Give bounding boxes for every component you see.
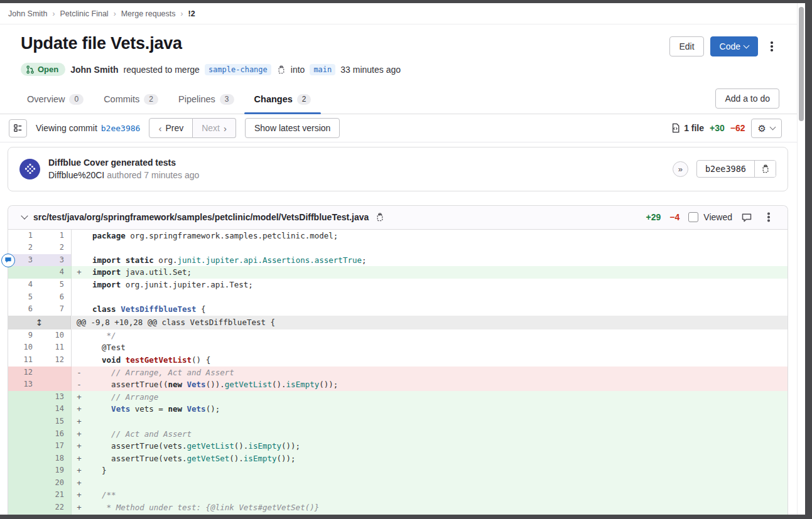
file-options-kebab-icon[interactable] [761,207,776,227]
old-line-number[interactable]: 4 [8,279,40,291]
file-tree-toggle-icon[interactable] [9,119,27,137]
viewed-checkbox[interactable] [688,212,698,222]
edit-button[interactable]: Edit [669,36,703,56]
diff-row: 13+ // Arrange [8,391,788,404]
show-latest-version-button[interactable]: Show latest version [245,118,340,138]
old-line-number[interactable]: 9 [8,329,40,342]
tab-label: Overview [27,94,65,104]
add-todo-button[interactable]: Add a to do [715,88,779,109]
diff-row: 18+ assertTrue(vets.getVetSet().isEmpty(… [8,452,788,465]
new-line-number[interactable]: 14 [40,403,71,415]
new-line-number[interactable]: 12 [40,354,71,367]
new-line-number[interactable]: 22 [40,501,71,514]
breadcrumb-item[interactable]: Merge requests [121,9,176,18]
scrollbar-thumb[interactable] [799,7,804,121]
viewing-commit-sha-link[interactable]: b2ee3986 [101,124,141,133]
viewed-label: Viewed [703,212,732,222]
expand-icon[interactable]: » [673,161,688,177]
code-line [87,291,788,304]
new-line-number[interactable]: 10 [40,329,71,342]
diff-row: 4+import java.util.Set; [8,266,788,279]
old-line-number[interactable]: 11 [8,354,40,367]
diff-settings-button[interactable]: ⚙ [751,119,782,138]
copy-commit-sha-icon[interactable] [754,161,776,177]
breadcrumb-item[interactable]: Petclinic Final [60,9,109,18]
diff-row: 67class VetsDiffblueTest { [8,303,788,316]
diff-marker: + [72,415,87,428]
comment-icon[interactable] [741,212,752,223]
new-line-number[interactable] [40,378,71,391]
target-branch-chip[interactable]: main [310,64,335,75]
tab-commits[interactable]: Commits2 [94,89,168,114]
more-actions-kebab-icon[interactable] [764,36,779,56]
breadcrumb-separator-icon: › [114,9,116,18]
new-line-number[interactable]: 19 [40,464,71,477]
line-comment-icon[interactable] [1,254,15,267]
tab-pipelines[interactable]: Pipelines3 [168,89,244,114]
new-line-number[interactable]: 7 [40,303,71,316]
new-line-number[interactable]: 17 [40,440,71,452]
new-line-number[interactable]: 16 [40,428,71,441]
code-line: assertTrue((new Vets()).getVetList().isE… [87,378,788,391]
old-line-number[interactable] [8,489,40,501]
old-line-number[interactable] [8,266,40,279]
prev-commit-button[interactable]: ‹ Prev [149,118,193,138]
scrollbar[interactable] [797,3,805,515]
tab-changes[interactable]: Changes2 [244,89,322,114]
tab-count-badge: 3 [220,94,234,105]
diff-marker [72,230,87,242]
mr-time-ago: 33 minutes ago [340,65,401,75]
new-line-number[interactable]: 23 [40,514,71,515]
new-line-number[interactable]: 11 [40,341,71,354]
old-line-number[interactable] [8,440,40,452]
gear-icon: ⚙ [758,124,766,133]
old-line-number[interactable]: 12 [8,367,40,379]
old-line-number[interactable]: 5 [8,291,40,304]
new-line-number[interactable]: 5 [40,279,71,291]
commit-author: Diffblue%20CI [48,170,104,180]
diff-marker: + [72,440,87,452]
new-line-number[interactable]: 18 [40,452,71,465]
breadcrumb-item[interactable]: !2 [188,9,195,18]
code-button[interactable]: Code [710,36,758,56]
new-line-number[interactable]: 2 [40,242,71,254]
commit-title: Diffblue Cover generated tests [48,156,199,169]
old-line-number[interactable] [8,464,40,477]
file-path[interactable]: src/test/java/org/springframework/sample… [33,212,369,222]
new-line-number[interactable]: 1 [40,230,71,242]
new-line-number[interactable]: 6 [40,291,71,304]
copy-file-path-icon[interactable] [375,212,384,222]
old-line-number[interactable] [8,514,40,515]
new-line-number[interactable] [40,367,71,379]
old-line-number[interactable]: 2 [8,242,40,254]
new-line-number[interactable]: 15 [40,415,71,428]
new-line-number[interactable]: 3 [40,254,71,267]
old-line-number[interactable]: 13 [8,378,40,391]
old-line-number[interactable]: 6 [8,303,40,316]
tab-overview[interactable]: Overview0 [17,89,94,114]
old-line-number[interactable] [8,391,40,404]
old-line-number[interactable] [8,452,40,465]
old-line-number[interactable]: 10 [8,341,40,354]
copy-branch-icon[interactable] [276,65,286,75]
new-line-number[interactable]: 20 [40,477,71,490]
new-line-number[interactable]: 4 [40,266,71,279]
breadcrumb-item[interactable]: John Smith [8,9,48,18]
source-branch-chip[interactable]: sample-change [205,64,271,75]
new-line-number[interactable]: 13 [40,391,71,404]
next-commit-button[interactable]: Next › [193,118,236,138]
collapse-file-icon[interactable] [21,212,28,219]
old-line-number[interactable] [8,501,40,514]
code-line: */ [87,329,788,342]
old-line-number[interactable] [8,415,40,428]
expand-lines-icon[interactable]: ↕ [36,316,43,329]
diff-marker [72,329,87,342]
new-line-number[interactable]: 21 [40,489,71,501]
old-line-number[interactable] [8,428,40,441]
diff-marker: - [72,378,87,391]
diff-file-card: src/test/java/org/springframework/sample… [8,205,788,515]
old-line-number[interactable] [8,403,40,415]
old-line-number[interactable] [8,477,40,490]
old-line-number[interactable]: 1 [8,230,40,242]
tab-count-badge: 0 [69,94,84,105]
